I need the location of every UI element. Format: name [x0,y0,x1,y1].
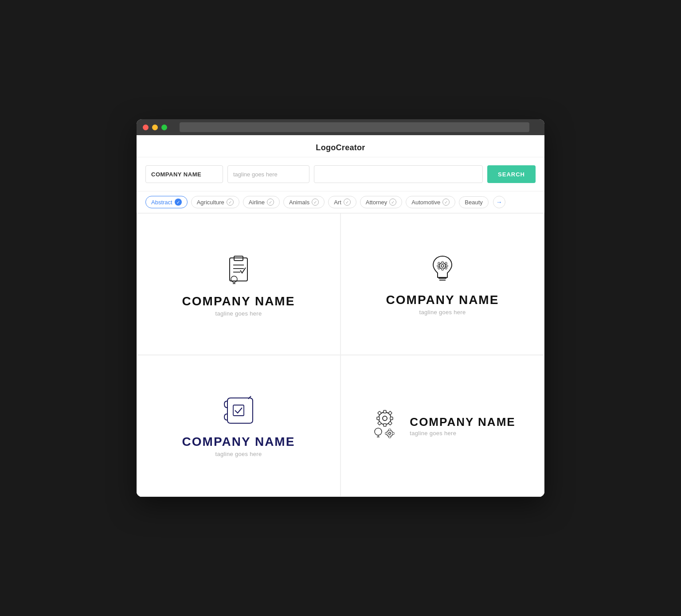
svg-rect-24 [384,410,386,413]
svg-rect-14 [437,265,439,267]
logo-2-tagline: tagline goes here [419,309,466,316]
filter-attorney[interactable]: Attorney ✓ [360,196,402,208]
filter-abstract-label: Abstract [151,199,172,206]
logo-1-icon [221,252,256,287]
filter-automotive[interactable]: Automotive ✓ [406,196,455,208]
close-button[interactable] [143,125,149,130]
svg-point-36 [389,432,391,434]
logo-4-icon [369,406,403,439]
svg-rect-12 [442,261,443,263]
filter-animals[interactable]: Animals ✓ [283,196,325,208]
svg-point-32 [375,428,382,435]
filter-agriculture-label: Agriculture [197,199,224,206]
app-header: LogoCreator [137,135,544,157]
logo-2-company: COMPANY NAME [386,293,499,307]
app-title: LogoCreator [316,143,365,152]
svg-rect-27 [390,417,393,420]
filter-art-label: Art [334,199,341,206]
logo-card-3[interactable]: COMPANY NAME tagline goes here [137,355,340,497]
logo-card-4[interactable]: COMPANY NAME tagline goes here [340,355,544,497]
svg-point-23 [383,416,387,421]
filter-airline-label: Airline [249,199,265,206]
svg-rect-29 [388,411,392,414]
logo-4-tagline: tagline goes here [410,430,515,437]
filter-automotive-label: Automotive [411,199,440,206]
check-icon-automotive: ✓ [442,199,450,206]
svg-rect-38 [389,436,391,438]
svg-point-11 [441,265,444,267]
search-button[interactable]: SEARCH [487,165,536,183]
minimize-button[interactable] [152,125,158,130]
logo-2-icon [427,253,458,286]
svg-rect-31 [388,421,392,425]
check-icon-attorney: ✓ [389,199,396,206]
company-name-input[interactable] [145,165,223,183]
check-icon-art: ✓ [344,199,351,206]
filter-airline[interactable]: Airline ✓ [243,196,280,208]
address-bar[interactable] [180,122,529,132]
svg-rect-39 [385,432,387,434]
svg-rect-15 [446,265,448,267]
svg-rect-21 [233,405,244,416]
extra-search-input[interactable] [314,165,483,183]
svg-point-35 [387,430,393,437]
check-icon-animals: ✓ [312,199,319,206]
app-window: LogoCreator SEARCH Abstract ✓ Agricultur… [137,119,544,497]
search-bar: SEARCH [137,157,544,191]
svg-rect-37 [389,429,391,431]
tagline-input[interactable] [227,165,309,183]
check-icon-abstract: ✓ [175,199,182,206]
logo-3-company: COMPANY NAME [182,435,295,449]
logo-4-content: COMPANY NAME tagline goes here [369,406,515,446]
filter-agriculture[interactable]: Agriculture ✓ [191,196,239,208]
svg-point-10 [439,263,446,269]
logo-card-2[interactable]: COMPANY NAME tagline goes here [340,213,544,355]
logo-3-tagline: tagline goes here [215,451,262,457]
logo-3-icon [221,394,256,428]
logo-grid: COMPANY NAME tagline goes here [137,213,544,497]
filter-attorney-label: Attorney [366,199,387,206]
maximize-button[interactable] [161,125,167,130]
logo-card-1[interactable]: COMPANY NAME tagline goes here [137,213,340,355]
logo-4-company: COMPANY NAME [410,415,515,429]
filter-art[interactable]: Art ✓ [328,196,356,208]
filter-next-button[interactable]: → [493,196,505,208]
filter-abstract[interactable]: Abstract ✓ [145,196,188,208]
svg-rect-26 [377,417,380,420]
filter-beauty-label: Beauty [465,199,482,206]
logo-1-company: COMPANY NAME [182,294,295,308]
svg-rect-28 [378,411,381,414]
svg-rect-40 [392,432,394,434]
filter-bar: Abstract ✓ Agriculture ✓ Airline ✓ Anima… [137,191,544,213]
check-icon-airline: ✓ [267,199,274,206]
svg-rect-30 [378,421,381,425]
check-icon-agriculture: ✓ [227,199,234,206]
filter-beauty[interactable]: Beauty [459,196,488,208]
svg-rect-25 [384,424,386,426]
logo-1-tagline: tagline goes here [215,310,262,317]
filter-animals-label: Animals [289,199,309,206]
titlebar [137,119,544,135]
logo-4-text: COMPANY NAME tagline goes here [410,415,515,437]
svg-rect-13 [442,269,443,270]
